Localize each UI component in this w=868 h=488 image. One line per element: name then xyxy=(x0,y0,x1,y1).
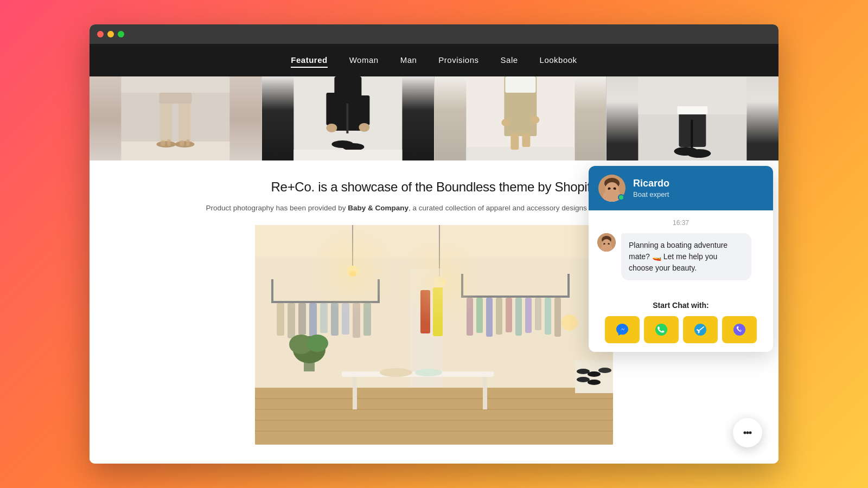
svg-rect-55 xyxy=(288,303,295,338)
svg-rect-74 xyxy=(545,298,551,335)
message-avatar xyxy=(597,233,616,252)
svg-point-107 xyxy=(603,243,605,245)
svg-rect-12 xyxy=(121,76,229,142)
chat-message-bubble: Planning a boating adventure mate? 🚤 Let… xyxy=(621,233,751,280)
svg-rect-80 xyxy=(353,377,357,409)
hero-image-3 xyxy=(435,76,607,160)
svg-point-87 xyxy=(307,335,328,352)
svg-point-100 xyxy=(605,182,619,197)
chat-body: 16:37 Planning a bo xyxy=(589,210,773,297)
svg-rect-73 xyxy=(535,298,541,330)
agent-name: Ricardo xyxy=(633,178,763,189)
svg-point-36 xyxy=(687,149,711,158)
svg-point-89 xyxy=(577,369,590,374)
svg-point-91 xyxy=(598,368,611,373)
nav-item-lookbook[interactable]: Lookbook xyxy=(540,55,577,65)
svg-point-94 xyxy=(561,314,578,331)
svg-rect-72 xyxy=(525,298,532,333)
nav: Featured Woman Man Provisions Sale Lookb… xyxy=(90,44,778,76)
browser-window: Featured Woman Man Provisions Sale Lookb… xyxy=(90,24,778,464)
nav-item-provisions[interactable]: Provisions xyxy=(438,55,478,65)
svg-point-7 xyxy=(175,141,194,147)
floating-chat-button[interactable] xyxy=(733,418,762,447)
svg-rect-28 xyxy=(466,147,575,160)
nav-item-woman[interactable]: Woman xyxy=(349,55,379,65)
svg-point-114 xyxy=(749,432,752,434)
svg-point-26 xyxy=(501,119,510,126)
telegram-button[interactable] xyxy=(683,316,718,343)
maximize-dot[interactable] xyxy=(118,31,124,37)
svg-point-96 xyxy=(309,228,396,314)
svg-rect-56 xyxy=(298,303,306,335)
hero-image-2 xyxy=(262,76,435,160)
hero-image-4 xyxy=(607,76,778,160)
svg-point-109 xyxy=(655,324,667,336)
svg-rect-41 xyxy=(255,388,613,445)
svg-point-102 xyxy=(614,188,616,190)
svg-point-21 xyxy=(342,143,364,151)
svg-rect-103 xyxy=(604,198,620,202)
svg-rect-70 xyxy=(506,298,512,332)
svg-point-82 xyxy=(380,368,412,377)
svg-rect-34 xyxy=(691,120,693,150)
svg-rect-54 xyxy=(277,303,284,336)
chat-agent-info: Ricardo Boat expert xyxy=(633,178,763,198)
store-image xyxy=(255,225,613,445)
svg-rect-52 xyxy=(271,279,273,303)
main-content: Re+Co. is a showcase of the Boundless th… xyxy=(90,160,778,464)
online-indicator xyxy=(618,194,624,201)
agent-avatar-wrapper xyxy=(598,175,626,202)
svg-rect-25 xyxy=(505,76,535,93)
svg-point-19 xyxy=(359,123,369,132)
browser-chrome xyxy=(90,24,778,44)
svg-rect-71 xyxy=(515,298,522,336)
chat-widget: Ricardo Boat expert 16:37 xyxy=(589,166,773,352)
svg-rect-57 xyxy=(309,303,317,337)
svg-point-111 xyxy=(733,324,745,336)
nav-item-sale[interactable]: Sale xyxy=(501,55,518,65)
svg-point-83 xyxy=(415,369,442,376)
svg-point-106 xyxy=(602,239,611,250)
minimize-dot[interactable] xyxy=(107,31,114,37)
svg-point-93 xyxy=(588,380,601,385)
nav-item-man[interactable]: Man xyxy=(400,55,417,65)
svg-point-108 xyxy=(608,243,610,245)
svg-point-97 xyxy=(396,239,483,325)
svg-point-27 xyxy=(531,116,539,124)
agent-role: Boat expert xyxy=(633,190,763,198)
start-chat-section: Start Chat with: xyxy=(589,297,773,352)
svg-point-112 xyxy=(744,432,746,434)
close-dot[interactable] xyxy=(97,31,104,37)
start-chat-label: Start Chat with: xyxy=(597,301,764,310)
viber-button[interactable] xyxy=(722,316,757,343)
chat-message-row: Planning a boating adventure mate? 🚤 Let… xyxy=(597,233,764,280)
svg-point-113 xyxy=(746,432,749,434)
chat-buttons xyxy=(597,316,764,343)
svg-point-90 xyxy=(588,371,601,377)
svg-point-92 xyxy=(577,377,590,382)
svg-rect-22 xyxy=(293,150,402,160)
chat-header: Ricardo Boat expert xyxy=(589,166,773,210)
message-timestamp: 16:37 xyxy=(597,219,764,227)
svg-rect-65 xyxy=(567,274,570,298)
svg-point-18 xyxy=(326,124,337,132)
svg-rect-69 xyxy=(496,298,502,335)
site-content: Featured Woman Man Provisions Sale Lookb… xyxy=(90,44,778,464)
nav-item-featured[interactable]: Featured xyxy=(291,55,327,65)
svg-rect-68 xyxy=(486,298,493,337)
hero-image-1 xyxy=(90,76,262,160)
svg-rect-29 xyxy=(510,133,519,150)
svg-rect-81 xyxy=(483,377,487,409)
svg-point-4 xyxy=(156,141,176,147)
svg-rect-15 xyxy=(346,104,348,133)
svg-rect-58 xyxy=(320,303,328,333)
svg-rect-75 xyxy=(554,298,561,337)
svg-rect-17 xyxy=(359,95,369,125)
svg-rect-30 xyxy=(522,133,530,147)
svg-point-101 xyxy=(608,188,611,190)
hero-strip xyxy=(90,76,778,160)
svg-rect-37 xyxy=(678,106,708,114)
messenger-button[interactable] xyxy=(605,316,640,343)
whatsapp-button[interactable] xyxy=(644,316,679,343)
svg-rect-16 xyxy=(326,93,337,125)
